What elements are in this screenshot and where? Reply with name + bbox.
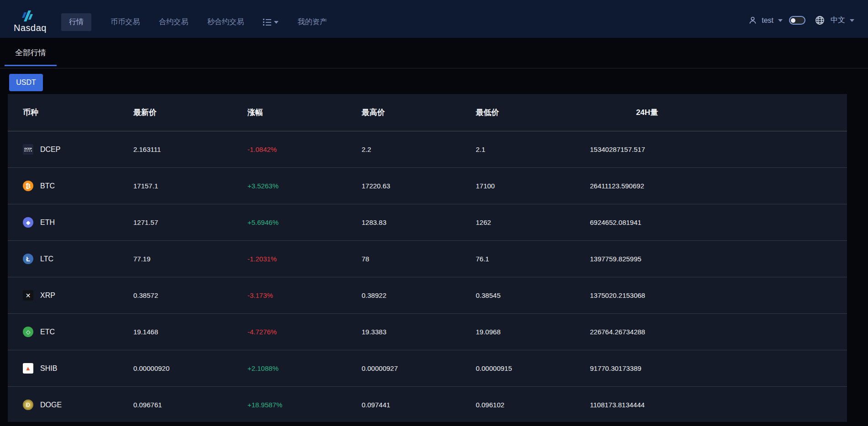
volume-cell: 6924652.081941 (590, 218, 704, 226)
tab-bar: 全部行情 (0, 38, 868, 68)
high-price-cell: 0.097441 (362, 401, 476, 409)
coin-cell: ◆ ETH (23, 217, 133, 228)
change-cell: -4.7276% (247, 328, 362, 336)
xrp-icon: ✕ (23, 290, 33, 301)
dcep-icon: DCEP (23, 144, 33, 155)
change-cell: -1.0842% (247, 145, 362, 153)
nav-orders-menu[interactable] (263, 15, 279, 30)
low-price-cell: 76.1 (476, 255, 590, 263)
column-header-volume: 24H量 (590, 107, 704, 118)
nav-item-second-contract[interactable]: 秒合约交易 (207, 13, 244, 31)
table-row-ltc[interactable]: Ł LTC 77.19 -1.2031% 78 76.1 1397759.825… (8, 241, 847, 277)
globe-icon[interactable] (815, 15, 825, 26)
table-row-eth[interactable]: ◆ ETH 1271.57 +5.6946% 1283.83 1262 6924… (8, 204, 847, 241)
nav-item-markets[interactable]: 行情 (61, 13, 91, 31)
volume-cell: 226764.26734288 (590, 328, 704, 336)
volume-cell: 1108173.8134444 (590, 401, 704, 409)
coin-cell: Ð DOGE (23, 400, 133, 410)
change-cell: +3.5263% (247, 182, 362, 190)
last-price-cell: 0.38572 (133, 291, 247, 299)
coin-cell: ◇ ETC (23, 327, 133, 337)
high-price-cell: 17220.63 (362, 182, 476, 190)
last-price-cell: 2.163111 (133, 145, 247, 153)
last-price-cell: 0.096761 (133, 401, 247, 409)
table-row-shib[interactable]: ▲ SHIB 0.00000920 +2.1088% 0.00000927 0.… (8, 350, 847, 387)
usdt-filter-button[interactable]: USDT (9, 74, 43, 91)
low-price-cell: 0.00000915 (476, 364, 590, 372)
coin-cell: Ł LTC (23, 254, 133, 264)
top-navbar: Nasdaq 行情 币币交易 合约交易 秒合约交易 我的资产 test 中文 (0, 0, 868, 38)
tab-all-markets[interactable]: 全部行情 (15, 47, 46, 65)
coin-cell: DCEP DCEP (23, 144, 133, 155)
change-cell: +2.1088% (247, 364, 362, 372)
volume-cell: 91770.30173389 (590, 364, 704, 372)
last-price-cell: 17157.1 (133, 182, 247, 190)
nav-item-my-assets[interactable]: 我的资产 (298, 13, 327, 31)
nasdaq-logo-icon (19, 8, 36, 24)
coin-cell: ▲ SHIB (23, 363, 133, 374)
low-price-cell: 19.0968 (476, 328, 590, 336)
change-cell: +18.9587% (247, 401, 362, 409)
user-icon (748, 16, 757, 25)
high-price-cell: 0.38922 (362, 291, 476, 299)
coin-symbol: DCEP (40, 145, 60, 154)
chevron-down-icon (274, 21, 279, 24)
low-price-cell: 17100 (476, 182, 590, 190)
table-row-dcep[interactable]: DCEP DCEP 2.163111 -1.0842% 2.2 2.1 1534… (8, 131, 847, 168)
volume-cell: 26411123.590692 (590, 182, 704, 190)
doge-icon: Ð (23, 400, 33, 410)
quote-filter-row: USDT (0, 68, 868, 91)
brand-logo[interactable]: Nasdaq (14, 8, 53, 32)
toggle-knob (791, 18, 795, 23)
volume-cell: 1397759.825995 (590, 255, 704, 263)
low-price-cell: 2.1 (476, 145, 590, 153)
ltc-icon: Ł (23, 254, 33, 264)
main-nav: 行情 币币交易 合约交易 秒合约交易 我的资产 (61, 13, 327, 31)
coin-symbol: LTC (40, 255, 53, 263)
volume-cell: 1375020.2153068 (590, 291, 704, 299)
column-header-coin: 币种 (23, 107, 133, 118)
table-row-doge[interactable]: Ð DOGE 0.096761 +18.9587% 0.097441 0.096… (8, 387, 847, 422)
btc-icon: ₿ (23, 181, 33, 191)
market-table: 币种 最新价 涨幅 最高价 最低价 24H量 DCEP DCEP 2.16311… (8, 94, 847, 422)
column-header-change: 涨幅 (247, 107, 362, 118)
brand-name: Nasdaq (14, 23, 47, 32)
user-chevron-down-icon[interactable] (778, 19, 783, 22)
etc-icon: ◇ (23, 327, 33, 337)
language-chevron-down-icon[interactable] (850, 19, 854, 22)
coin-symbol: BTC (40, 182, 55, 190)
theme-toggle[interactable] (789, 16, 805, 25)
column-header-high: 最高价 (362, 107, 476, 118)
shib-icon: ▲ (23, 363, 33, 374)
last-price-cell: 19.1468 (133, 328, 247, 336)
eth-icon: ◆ (23, 217, 33, 228)
table-row-etc[interactable]: ◇ ETC 19.1468 -4.7276% 19.3383 19.0968 2… (8, 314, 847, 350)
navbar-right: test 中文 (748, 15, 854, 26)
high-price-cell: 2.2 (362, 145, 476, 153)
language-selector[interactable]: 中文 (831, 16, 845, 25)
change-cell: -1.2031% (247, 255, 362, 263)
column-header-last-price: 最新价 (133, 107, 247, 118)
active-tab-underline (5, 65, 57, 66)
nav-item-spot-trading[interactable]: 币币交易 (110, 13, 140, 31)
coin-symbol: XRP (40, 291, 55, 300)
tab-all-markets-label: 全部行情 (15, 48, 46, 57)
high-price-cell: 78 (362, 255, 476, 263)
low-price-cell: 1262 (476, 218, 590, 226)
low-price-cell: 0.38545 (476, 291, 590, 299)
coin-cell: ₿ BTC (23, 181, 133, 191)
low-price-cell: 0.096102 (476, 401, 590, 409)
coin-symbol: DOGE (40, 401, 62, 409)
table-body: DCEP DCEP 2.163111 -1.0842% 2.2 2.1 1534… (8, 131, 847, 422)
coin-cell: ✕ XRP (23, 290, 133, 301)
nav-item-contract-trading[interactable]: 合约交易 (159, 13, 188, 31)
coin-symbol: ETC (40, 328, 55, 336)
username-menu[interactable]: test (762, 16, 773, 25)
table-row-btc[interactable]: ₿ BTC 17157.1 +3.5263% 17220.63 17100 26… (8, 168, 847, 204)
table-header-row: 币种 最新价 涨幅 最高价 最低价 24H量 (8, 94, 847, 131)
high-price-cell: 1283.83 (362, 218, 476, 226)
volume-cell: 15340287157.517 (590, 145, 704, 153)
table-row-xrp[interactable]: ✕ XRP 0.38572 -3.173% 0.38922 0.38545 13… (8, 277, 847, 314)
list-icon (263, 19, 271, 26)
column-header-low: 最低价 (476, 107, 590, 118)
